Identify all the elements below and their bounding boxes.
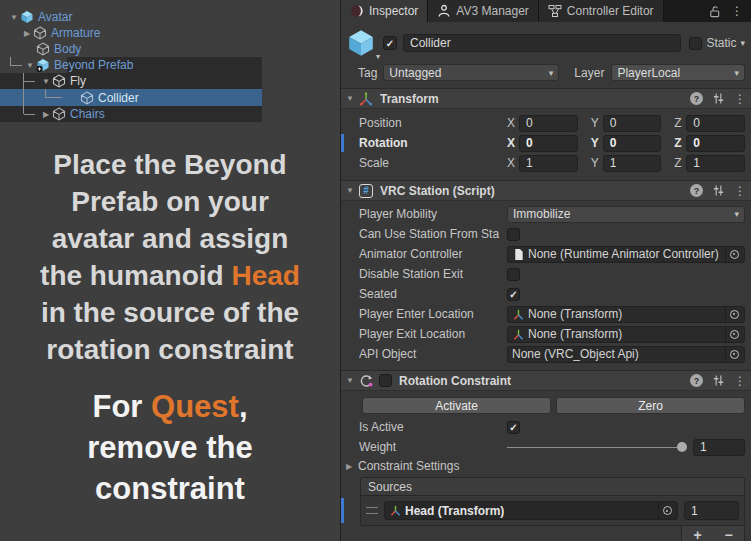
hierarchy-item-avatar[interactable]: ▼ Avatar (8, 9, 72, 25)
transform-icon (389, 504, 402, 517)
object-picker-button[interactable] (725, 247, 742, 262)
weight-slider[interactable] (507, 439, 687, 455)
hierarchy-item-collider-selected[interactable]: Collider (80, 90, 139, 106)
source-row[interactable]: Head (Transform) (361, 496, 744, 525)
api-object-row: API Object None (VRC_Object Api) (341, 344, 751, 364)
foldout-open-icon[interactable]: ▼ (346, 186, 359, 195)
static-group: Static ▾ (689, 36, 745, 50)
static-dropdown-arrow[interactable]: ▾ (740, 38, 745, 48)
transform-icon (512, 328, 525, 341)
hierarchy-item-fly[interactable]: ▼ Fly (40, 73, 86, 89)
scale-y-input[interactable] (603, 155, 662, 172)
object-picker-icon (730, 310, 739, 319)
foldout-open-icon[interactable]: ▼ (40, 77, 52, 86)
position-y-input[interactable] (603, 115, 662, 132)
hierarchy-item-chairs[interactable]: ▶ Chairs (40, 106, 105, 122)
kebab-menu-icon[interactable]: ⋮ (734, 374, 746, 388)
tree-guide (24, 81, 35, 82)
object-picker-button[interactable] (725, 347, 742, 362)
presets-icon[interactable] (712, 92, 725, 105)
help-icon[interactable]: ? (690, 92, 703, 105)
kebab-menu-icon[interactable]: ⋮ (734, 92, 746, 106)
is-active-checkbox[interactable]: ✓ (507, 421, 520, 434)
foldout-open-icon[interactable]: ▼ (8, 13, 20, 22)
static-checkbox[interactable] (689, 37, 702, 50)
help-icon[interactable]: ? (690, 374, 703, 387)
axis-x-label: X (507, 116, 519, 130)
position-x-input[interactable] (519, 115, 578, 132)
help-icon[interactable]: ? (690, 184, 703, 197)
rotation-x-input[interactable] (519, 135, 578, 152)
constraint-settings-foldout[interactable]: ▶ Constraint Settings (341, 457, 751, 475)
tab-controller-editor[interactable]: Controller Editor (539, 0, 664, 22)
scale-z-input[interactable] (686, 155, 745, 172)
unlock-icon[interactable] (708, 5, 721, 18)
transform-position-row: Position X Y Z (341, 113, 751, 133)
zero-button[interactable]: Zero (556, 397, 745, 414)
source-weight-input[interactable] (684, 501, 739, 520)
transform-header[interactable]: ▼ Transform ? ⋮ (341, 88, 751, 109)
tab-bar: Inspector AV3 Manager Controller Editor … (341, 0, 751, 22)
can-use-station-checkbox[interactable] (507, 228, 520, 241)
drag-handle-icon[interactable] (366, 507, 378, 514)
rotation-z-input[interactable] (686, 135, 745, 152)
foldout-closed-icon[interactable]: ▶ (21, 29, 33, 38)
object-picker-button[interactable] (725, 307, 742, 322)
kebab-menu-icon[interactable]: ⋮ (734, 184, 746, 198)
presets-icon[interactable] (712, 184, 725, 197)
transform-rotation-row: Rotation X Y Z (341, 133, 751, 153)
presets-icon[interactable] (712, 374, 725, 387)
tab-inspector[interactable]: Inspector (341, 0, 428, 22)
kebab-menu-icon[interactable]: ⋮ (731, 4, 743, 18)
highlight-head: Head (231, 260, 299, 291)
add-source-button[interactable]: + (682, 526, 713, 541)
hierarchy-item-beyond-prefab[interactable]: ▼ Beyond Prefab (24, 57, 133, 73)
scale-x-input[interactable] (519, 155, 578, 172)
position-z-input[interactable] (686, 115, 745, 132)
tag-dropdown[interactable]: Untagged ▾ (383, 64, 559, 81)
text-line: Prefab on your (12, 183, 328, 220)
activate-button[interactable]: Activate (362, 397, 551, 414)
player-mobility-dropdown[interactable]: Immobilize ▾ (507, 206, 745, 223)
object-field-value: None (Runtime Animator Controller) (528, 247, 721, 261)
source-object-field[interactable]: Head (Transform) (384, 501, 678, 520)
foldout-open-icon[interactable]: ▼ (346, 94, 359, 103)
rotation-constraint-header[interactable]: ▼ Rotation Constraint ? ⋮ (341, 370, 751, 391)
sources-label: Sources (368, 480, 412, 494)
sources-list: Sources Head (Transform) (360, 477, 745, 526)
player-exit-location-field[interactable]: None (Transform) (507, 326, 745, 343)
animator-controller-field[interactable]: None (Runtime Animator Controller) (507, 246, 745, 263)
foldout-open-icon[interactable]: ▼ (346, 376, 359, 385)
tab-label: Controller Editor (567, 4, 654, 18)
api-object-field[interactable]: None (VRC_Object Api) (507, 346, 745, 363)
gameobject-3d-cube-icon[interactable]: ▾ (346, 28, 378, 58)
hierarchy-item-armature[interactable]: ▶ Armature (21, 25, 100, 41)
foldout-closed-icon[interactable]: ▶ (40, 110, 52, 119)
gameobject-active-checkbox[interactable]: ✓ (383, 36, 397, 50)
vrc-station-header[interactable]: ▼ # VRC Station (Script) ? ⋮ (341, 180, 751, 201)
object-picker-icon (730, 250, 739, 259)
remove-source-button[interactable]: − (713, 526, 744, 541)
dropdown-value: Immobilize (513, 207, 570, 221)
text-line: constraint (12, 468, 328, 509)
component-enable-checkbox[interactable] (379, 374, 392, 387)
gameobject-name-input[interactable] (403, 34, 681, 52)
tab-av3-manager[interactable]: AV3 Manager (428, 0, 539, 22)
foldout-open-icon[interactable]: ▼ (24, 61, 36, 70)
rotation-constraint-icon (359, 374, 373, 388)
state-machine-icon (548, 4, 562, 18)
player-enter-location-field[interactable]: None (Transform) (507, 306, 745, 323)
object-picker-button[interactable] (658, 502, 675, 519)
object-picker-button[interactable] (725, 327, 742, 342)
rotation-y-input[interactable] (603, 135, 662, 152)
hierarchy-item-body[interactable]: Body (36, 41, 81, 57)
weight-input[interactable] (693, 439, 745, 456)
disable-station-exit-checkbox[interactable] (507, 268, 520, 281)
seated-row: Seated ✓ (341, 284, 751, 304)
layer-dropdown[interactable]: PlayerLocal ▾ (611, 64, 745, 81)
seated-checkbox[interactable]: ✓ (507, 288, 520, 301)
dropdown-arrow-icon: ▾ (734, 68, 739, 78)
axis-z-label: Z (674, 156, 686, 170)
layer-value: PlayerLocal (617, 66, 680, 80)
slider-handle[interactable] (677, 442, 687, 452)
